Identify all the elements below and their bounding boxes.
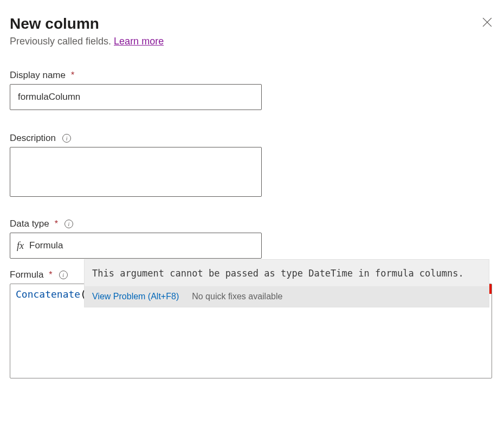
error-flyout: This argument cannot be passed as type D…: [84, 259, 489, 307]
close-icon: [482, 17, 492, 27]
page-title: New column: [10, 15, 164, 33]
learn-more-link[interactable]: Learn more: [114, 36, 164, 47]
formula-function: Concatenate: [16, 288, 80, 300]
display-name-label: Display name: [10, 70, 66, 81]
error-message: This argument cannot be passed as type D…: [85, 260, 489, 286]
view-problem-link[interactable]: View Problem (Alt+F8): [92, 292, 179, 301]
formula-label: Formula: [10, 269, 43, 280]
data-type-dropdown[interactable]: fx Formula: [10, 233, 262, 259]
required-asterisk: *: [49, 270, 52, 280]
info-icon[interactable]: i: [62, 134, 71, 143]
subtitle-text: Previously called fields.: [10, 36, 114, 47]
info-icon[interactable]: i: [59, 271, 68, 279]
no-quick-fix-text: No quick fixes available: [192, 292, 282, 301]
close-button[interactable]: [480, 15, 494, 29]
page-subtitle: Previously called fields. Learn more: [10, 36, 164, 47]
required-asterisk: *: [55, 219, 58, 229]
info-icon[interactable]: i: [64, 220, 73, 228]
data-type-value: Formula: [29, 240, 255, 251]
description-input[interactable]: [10, 147, 262, 197]
required-asterisk: *: [71, 70, 74, 80]
display-name-input[interactable]: [10, 84, 262, 110]
fx-icon: fx: [17, 240, 24, 252]
description-label: Description: [10, 133, 56, 144]
data-type-label: Data type: [10, 219, 49, 229]
